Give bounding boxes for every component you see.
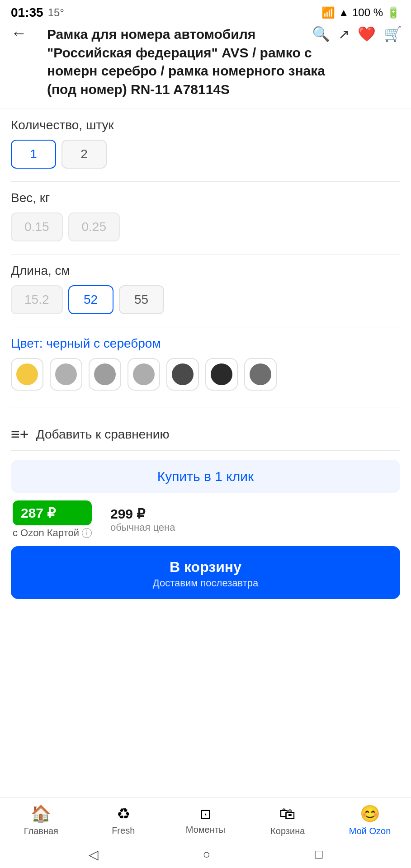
price-row: 287 ₽ с Ozon Картой i 299 ₽ обычная цена xyxy=(11,500,400,546)
weight-section: Вес, кг 0.15 0.25 xyxy=(11,191,400,241)
length-option-52[interactable]: 52 xyxy=(68,285,113,314)
color-swatch-yellow[interactable] xyxy=(11,358,43,391)
compare-label: Добавить к сравнению xyxy=(36,427,170,442)
status-time: 01:35 xyxy=(11,5,43,20)
price-ozon-badge: 287 ₽ xyxy=(13,500,92,525)
wifi-icon: 📶 xyxy=(321,6,335,19)
quantity-options: 1 2 xyxy=(11,140,400,169)
cart-icon[interactable]: 🛒 xyxy=(384,25,402,42)
color-swatch-dark1[interactable] xyxy=(166,358,199,391)
profile-icon: 😊 xyxy=(360,804,380,823)
color-swatches-row xyxy=(11,358,400,394)
price-regular-label: обычная цена xyxy=(110,522,175,533)
length-label: Длина, см xyxy=(11,264,400,278)
compare-icon: ≡+ xyxy=(11,425,29,443)
nav-cart[interactable]: 🛍 Корзина xyxy=(260,804,315,836)
nav-home-label: Главная xyxy=(24,826,58,836)
buy-one-click-section[interactable]: Купить в 1 клик xyxy=(11,460,400,493)
battery-label: 100 % xyxy=(352,6,383,19)
quantity-option-2[interactable]: 2 xyxy=(61,140,107,169)
length-option-55[interactable]: 55 xyxy=(119,285,164,314)
price-regular: 299 ₽ xyxy=(110,506,175,522)
cart-nav-icon: 🛍 xyxy=(279,804,296,823)
color-label: Цвет: черный с серебром xyxy=(11,336,400,351)
sys-back-button[interactable]: ◁ xyxy=(89,847,99,862)
quantity-section: Количество, штук 1 2 xyxy=(11,118,400,169)
weight-options: 0.15 0.25 xyxy=(11,212,400,241)
nav-fresh[interactable]: ♻ Fresh xyxy=(96,805,151,836)
price-regular-block: 299 ₽ обычная цена xyxy=(110,506,175,533)
color-swatch-gray[interactable] xyxy=(244,358,277,391)
nav-profile-label: Мой Ozon xyxy=(349,826,391,836)
color-swatch-silver3[interactable] xyxy=(128,358,160,391)
price-vertical-divider xyxy=(101,509,101,531)
color-swatch-silver1[interactable] xyxy=(50,358,82,391)
color-selected-name: черный с серебром xyxy=(46,336,161,350)
system-nav: ◁ ○ □ xyxy=(0,841,411,868)
nav-cart-label: Корзина xyxy=(270,826,305,836)
info-icon[interactable]: i xyxy=(82,528,92,538)
length-section: Длина, см 15.2 52 55 xyxy=(11,264,400,314)
nav-fresh-label: Fresh xyxy=(112,826,135,836)
divider-4 xyxy=(11,407,400,407)
bottom-nav: 🏠 Главная ♻ Fresh ⊡ Моменты 🛍 Корзина 😊 … xyxy=(0,797,411,841)
buy-one-click-label[interactable]: Купить в 1 клик xyxy=(22,469,389,484)
sys-recent-button[interactable]: □ xyxy=(315,847,323,862)
nav-profile[interactable]: 😊 Мой Ozon xyxy=(343,804,397,836)
length-options: 15.2 52 55 xyxy=(11,285,400,314)
fresh-icon: ♻ xyxy=(117,805,130,823)
search-icon[interactable]: 🔍 xyxy=(312,25,330,42)
add-to-cart-button[interactable]: В корзину Доставим послезавтра xyxy=(11,546,400,599)
status-bar: 01:35 15° 📶 ▲ 100 % 🔋 xyxy=(0,0,411,24)
status-degrees: 15° xyxy=(48,6,64,19)
moments-icon: ⊡ xyxy=(200,806,211,822)
weight-option-025[interactable]: 0.25 xyxy=(68,212,120,241)
share-icon[interactable]: ↗ xyxy=(338,26,350,42)
color-swatch-black[interactable] xyxy=(205,358,238,391)
divider-5 xyxy=(11,450,400,451)
delivery-label: Доставим послезавтра xyxy=(11,577,400,589)
compare-row[interactable]: ≡+ Добавить к сравнению xyxy=(11,416,400,448)
color-section: Цвет: черный с серебром xyxy=(11,336,400,394)
quantity-label: Количество, штук xyxy=(11,118,400,132)
favorite-icon[interactable]: ❤️ xyxy=(358,25,376,42)
status-icons: 📶 ▲ 100 % 🔋 xyxy=(321,6,400,19)
home-icon: 🏠 xyxy=(31,804,51,823)
signal-icon: ▲ xyxy=(339,7,349,19)
nav-moments[interactable]: ⊡ Моменты xyxy=(178,806,232,835)
color-swatch-silver2[interactable] xyxy=(89,358,121,391)
nav-moments-label: Моменты xyxy=(186,825,225,835)
quantity-option-1[interactable]: 1 xyxy=(11,140,56,169)
add-to-cart-label: В корзину xyxy=(11,559,400,576)
divider-3 xyxy=(11,327,400,327)
ozon-card-label: с Ozon Картой i xyxy=(13,527,92,539)
battery-icon: 🔋 xyxy=(387,6,400,19)
sys-home-button[interactable]: ○ xyxy=(203,847,211,862)
weight-label: Вес, кг xyxy=(11,191,400,205)
divider-1 xyxy=(11,181,400,182)
divider-2 xyxy=(11,254,400,255)
length-option-152[interactable]: 15.2 xyxy=(11,285,63,314)
back-button[interactable]: ← xyxy=(11,24,27,42)
nav-home[interactable]: 🏠 Главная xyxy=(14,804,68,836)
weight-option-015[interactable]: 0.15 xyxy=(11,212,63,241)
